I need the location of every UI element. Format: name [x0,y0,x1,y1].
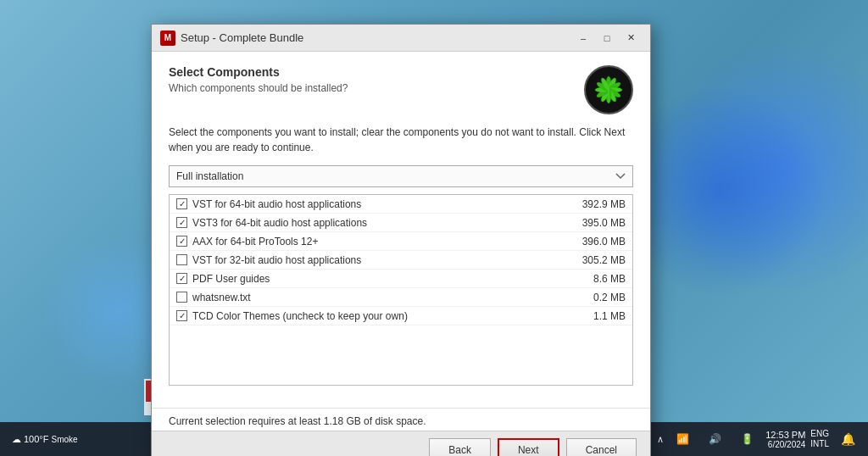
component-left-aax: AAX for 64-bit ProTools 12+ [176,236,318,247]
component-size-aax: 396.0 MB [582,236,626,247]
language-text: ENG [810,429,829,439]
description-text: Select the components you want to instal… [169,125,633,155]
setup-dialog: M Setup - Complete Bundle – □ ✕ Select C… [151,24,651,456]
maximize-button[interactable]: □ [596,30,618,47]
component-label-tcd: TCD Color Themes (uncheck to keep your o… [192,310,408,322]
component-item-tcd: TCD Color Themes (uncheck to keep your o… [170,307,632,325]
taskbar-left: ☁ 100°F Smoke [7,427,83,451]
region-text: INTL [810,439,829,449]
component-item-vst364: VST3 for 64-bit audio host applications … [170,214,632,232]
weather-condition: Smoke [51,435,77,444]
dialog-title: Setup - Complete Bundle [181,31,303,44]
taskbar-right: ∧ 📶 🔊 🔋 12:53 PM 6/20/2024 ENG INTL 🔔 [657,425,861,453]
disk-space-text: Current selection requires at least 1.18… [169,415,426,427]
component-size-pdf: 8.6 MB [593,273,626,285]
close-button[interactable]: ✕ [620,30,642,47]
weather-icon: ☁ [12,434,21,445]
component-left-pdf: PDF User guides [176,273,270,285]
component-item-vst32: VST for 32-bit audio host applications 3… [170,251,632,270]
section-subheading: Which components should be installed? [169,82,348,94]
cancel-button[interactable]: Cancel [566,438,637,456]
component-item-vst64: VST for 64-bit audio host applications 3… [170,195,632,214]
dialog-footer-buttons: Back Next Cancel [152,431,650,456]
next-button[interactable]: Next [498,438,559,456]
time-display: 12:53 PM [765,430,805,440]
dialog-content: Select Components Which components shoul… [152,52,650,408]
temperature-text: 100°F [24,434,48,444]
system-tray[interactable]: ∧ [657,434,664,445]
component-size-whatsnew: 0.2 MB [593,292,626,303]
checkbox-pdf[interactable] [176,273,187,284]
window-controls: – □ ✕ [572,30,642,47]
checkbox-vst364[interactable] [176,217,187,228]
date-display: 6/20/2024 [768,440,806,449]
component-label-vst364: VST3 for 64-bit audio host applications [192,217,367,229]
component-left-vst32: VST for 32-bit audio host applications [176,254,361,266]
clock[interactable]: 12:53 PM 6/20/2024 [765,430,805,449]
component-left-vst64: VST for 64-bit audio host applications [176,198,361,210]
component-size-tcd: 1.1 MB [593,310,626,322]
component-size-vst32: 305.2 MB [582,254,626,266]
checkbox-aax[interactable] [176,236,187,247]
component-list-padding [170,325,632,385]
component-label-vst32: VST for 32-bit audio host applications [192,254,361,266]
tray-chevron: ∧ [657,434,664,445]
checkbox-whatsnew[interactable] [176,292,187,303]
header-text-area: Select Components Which components shoul… [169,65,348,94]
component-size-vst64: 392.9 MB [582,198,626,210]
section-heading: Select Components [169,65,348,79]
dialog-titlebar: M Setup - Complete Bundle – □ ✕ [152,25,650,52]
checkbox-vst64[interactable] [176,198,187,209]
component-label-aax: AAX for 64-bit ProTools 12+ [192,236,318,247]
component-left-vst364: VST3 for 64-bit audio host applications [176,217,367,229]
sound-icon[interactable]: 🔊 [701,425,728,453]
installation-type-select[interactable]: Full installation Custom installation Mi… [169,165,633,187]
components-list: VST for 64-bit audio host applications 3… [169,194,633,386]
component-item-whatsnew: whatsnew.txt 0.2 MB [170,288,632,307]
footer-disk-space: Current selection requires at least 1.18… [152,408,650,431]
component-label-whatsnew: whatsnew.txt [192,292,251,303]
weather-widget[interactable]: ☁ 100°F Smoke [7,427,83,451]
minimize-button[interactable]: – [572,30,594,47]
component-item-pdf: PDF User guides 8.6 MB [170,270,632,288]
notification-button[interactable]: 🔔 [834,425,861,453]
product-logo [584,65,633,114]
language-indicator: ENG INTL [810,429,829,449]
installation-type-container: Full installation Custom installation Mi… [169,165,633,187]
dialog-header: Select Components Which components shoul… [169,65,633,114]
component-label-pdf: PDF User guides [192,273,270,285]
component-left-whatsnew: whatsnew.txt [176,292,251,303]
component-label-vst64: VST for 64-bit audio host applications [192,198,361,210]
app-icon: M [160,31,175,46]
component-size-vst364: 395.0 MB [582,217,626,229]
network-icon[interactable]: 📶 [669,425,696,453]
component-left-tcd: TCD Color Themes (uncheck to keep your o… [176,310,408,322]
checkbox-tcd[interactable] [176,310,187,321]
component-item-aax: AAX for 64-bit ProTools 12+ 396.0 MB [170,232,632,251]
title-area: M Setup - Complete Bundle [160,31,303,46]
battery-icon[interactable]: 🔋 [733,425,760,453]
leaf-svg [587,69,630,111]
checkbox-vst32[interactable] [176,254,187,265]
back-button[interactable]: Back [429,438,491,456]
